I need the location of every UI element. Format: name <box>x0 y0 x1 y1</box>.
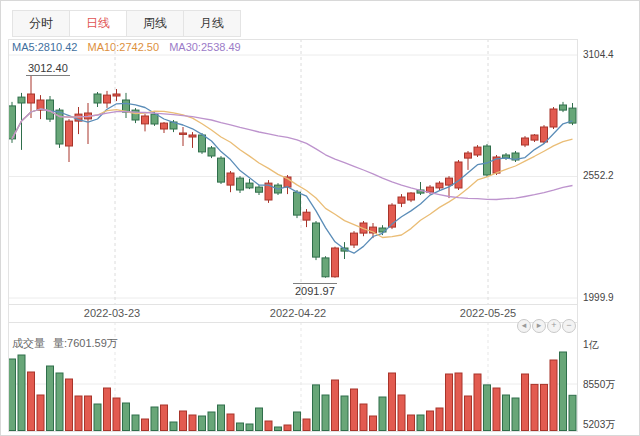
price-tick-bottom: 1999.9 <box>583 292 614 303</box>
volume-header: 成交量量:7601.59万 <box>12 336 126 351</box>
volume-tick-top: 1亿 <box>583 338 599 352</box>
price-tick-mid: 2552.2 <box>583 170 614 181</box>
zoom-in-button[interactable]: + <box>547 319 561 333</box>
volume-tick-bottom: 5203万 <box>583 418 615 432</box>
volume-current-value: 量:7601.59万 <box>53 337 118 349</box>
price-tick-top: 3104.4 <box>583 49 614 60</box>
pan-left-icon: ◂ <box>522 320 527 330</box>
max-price-annotation: 3012.40 <box>26 62 70 76</box>
date-label-2: 2022-04-22 <box>270 307 326 319</box>
min-price-annotation: 2091.97 <box>293 283 337 297</box>
date-label-1: 2022-03-23 <box>84 307 140 319</box>
zoom-out-icon: − <box>566 320 571 330</box>
tab-weekly[interactable]: 周线 <box>126 10 184 37</box>
chart-nav-controls: ◂ ▸ + − <box>517 319 577 333</box>
price-chart-canvas[interactable] <box>8 39 578 305</box>
volume-title: 成交量 <box>12 337 45 349</box>
volume-tick-mid: 8550万 <box>583 378 615 392</box>
tab-daily[interactable]: 日线 <box>69 10 127 37</box>
tab-minute[interactable]: 分时 <box>12 10 70 37</box>
pan-left-button[interactable]: ◂ <box>517 319 531 333</box>
date-label-3: 2022-05-25 <box>460 307 516 319</box>
pan-right-icon: ▸ <box>537 320 542 330</box>
zoom-in-icon: + <box>551 320 556 330</box>
pan-right-button[interactable]: ▸ <box>532 319 546 333</box>
stock-chart-app: 分时 日线 周线 月线 MA5:2810.42 MA10:2742.50 MA3… <box>0 0 640 436</box>
zoom-out-button[interactable]: − <box>562 319 576 333</box>
tab-monthly[interactable]: 月线 <box>183 10 241 37</box>
period-tabbar: 分时 日线 周线 月线 <box>12 10 241 37</box>
